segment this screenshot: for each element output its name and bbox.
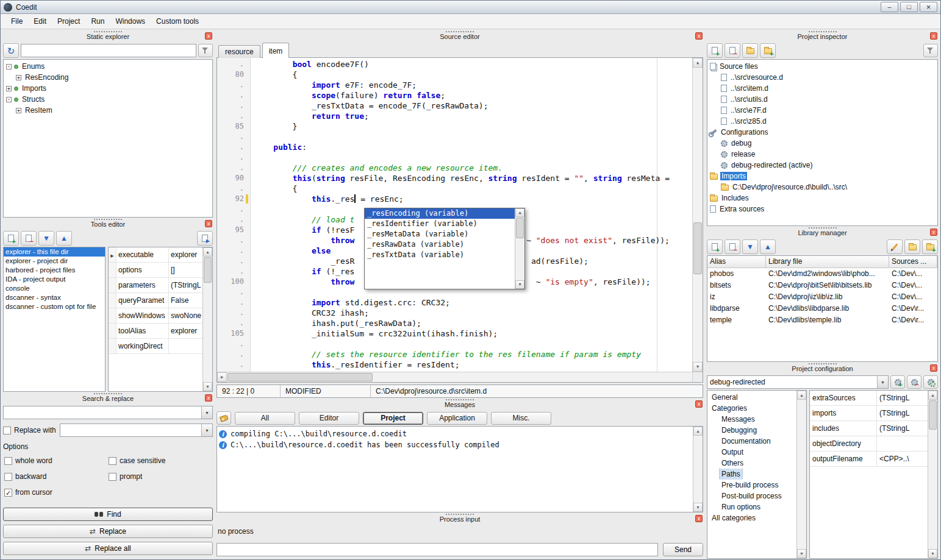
property-row[interactable]: queryParamet False bbox=[109, 293, 202, 308]
property-value[interactable]: [] bbox=[169, 263, 202, 277]
option-checkbox[interactable]: case sensitive bbox=[109, 456, 213, 465]
option-checkbox[interactable]: backward bbox=[4, 472, 109, 481]
option-checkbox[interactable]: from cursor bbox=[4, 488, 109, 497]
category-item[interactable]: Documentation bbox=[707, 436, 796, 447]
property-value[interactable]: explorer bbox=[169, 247, 202, 262]
tree-item[interactable]: Imports bbox=[707, 171, 937, 182]
scroll-up-icon[interactable] bbox=[928, 391, 937, 400]
add-folder-sources-button[interactable] bbox=[760, 43, 776, 58]
scroll-down-icon[interactable] bbox=[203, 382, 212, 391]
option-checkbox[interactable]: whole word bbox=[4, 456, 109, 465]
open-library-button[interactable] bbox=[904, 239, 920, 254]
refresh-button[interactable] bbox=[3, 43, 19, 58]
tree-item[interactable]: Configurations bbox=[707, 127, 937, 138]
property-row[interactable]: showWindows swoNone bbox=[109, 308, 202, 324]
config-property-row[interactable]: extraSources (TStringL bbox=[810, 391, 928, 406]
expander-icon[interactable]: + bbox=[16, 75, 21, 80]
apply-tool-button[interactable] bbox=[197, 231, 213, 246]
code-line[interactable]: . this._resIdentifier = resIdent; bbox=[217, 360, 692, 370]
filter-button[interactable]: Misc. bbox=[491, 412, 551, 425]
close-icon[interactable] bbox=[695, 400, 703, 408]
column-file[interactable]: Library file bbox=[766, 256, 889, 268]
scroll-down-icon[interactable] bbox=[515, 280, 524, 289]
completion-item[interactable]: _resEncoding (variable) bbox=[365, 208, 515, 219]
scroll-up-icon[interactable] bbox=[515, 208, 524, 217]
tag-button[interactable] bbox=[216, 411, 231, 425]
replace-with-checkbox[interactable]: Replace with bbox=[3, 426, 56, 434]
drag-grip[interactable] bbox=[446, 514, 474, 515]
completion-item[interactable]: _resRawData (variable) bbox=[365, 239, 515, 250]
close-button[interactable] bbox=[920, 2, 937, 12]
tool-list-item[interactable]: explorer - project dir bbox=[4, 257, 105, 266]
drag-grip[interactable] bbox=[446, 399, 474, 400]
scroll-right-icon[interactable] bbox=[217, 372, 227, 382]
category-item[interactable]: Categories bbox=[707, 403, 796, 414]
tree-item[interactable]: - Structs bbox=[4, 94, 212, 105]
category-item[interactable]: All categories bbox=[707, 512, 796, 523]
tree-item[interactable]: ..\src\utils.d bbox=[707, 94, 937, 105]
close-icon[interactable] bbox=[205, 394, 212, 402]
menu-item[interactable]: File bbox=[5, 15, 28, 28]
scroll-up-icon[interactable] bbox=[693, 427, 703, 436]
library-row[interactable]: phobos C:\Dev\dmd2\windows\lib\phob... C… bbox=[707, 268, 937, 280]
filter-button[interactable]: Editor bbox=[299, 412, 359, 425]
tree-item[interactable]: Includes bbox=[707, 193, 937, 204]
config-property-row[interactable]: objectDirectory bbox=[810, 436, 928, 452]
scroll-down-icon[interactable] bbox=[693, 362, 703, 372]
remove-library-button[interactable] bbox=[725, 239, 740, 254]
expander-icon[interactable]: - bbox=[6, 97, 12, 102]
scroll-thumb[interactable] bbox=[227, 373, 373, 381]
scroll-up-icon[interactable] bbox=[203, 247, 212, 257]
property-value[interactable]: (TStringL bbox=[877, 391, 928, 405]
column-alias[interactable]: Alias bbox=[707, 256, 766, 268]
remove-config-button[interactable] bbox=[907, 375, 921, 389]
checkbox-box[interactable] bbox=[3, 427, 11, 434]
filter-button[interactable]: Application bbox=[427, 412, 487, 425]
message-row[interactable]: C:\...\build\resource.d.coedit has been … bbox=[219, 439, 691, 450]
library-row[interactable]: bitsets C:\Dev\dproj\bitSet\lib\bitsets.… bbox=[707, 280, 937, 291]
code-line[interactable]: . scope(failure) return false; bbox=[217, 90, 692, 101]
filter-button[interactable]: Project bbox=[363, 412, 423, 425]
remove-source-button[interactable] bbox=[725, 43, 740, 58]
tree-item[interactable]: release bbox=[707, 149, 937, 160]
tree-item[interactable]: - Enums bbox=[4, 61, 212, 72]
close-icon[interactable] bbox=[930, 32, 937, 40]
add-source-button[interactable] bbox=[707, 43, 723, 58]
code-line[interactable]: 92 this._res = resEnc; bbox=[217, 194, 692, 204]
category-item[interactable]: Others bbox=[707, 458, 796, 469]
category-item[interactable]: Pre-build process bbox=[707, 480, 796, 491]
drag-grip[interactable] bbox=[94, 31, 122, 32]
category-item[interactable]: Run options bbox=[707, 502, 796, 512]
checkbox-box[interactable] bbox=[109, 457, 116, 465]
grid-scrollbar[interactable] bbox=[202, 247, 212, 391]
code-line[interactable]: . bbox=[217, 152, 692, 163]
code-line[interactable]: . import std.digest.crc: CRC32; bbox=[217, 297, 692, 308]
library-row[interactable]: libdparse C:\Dev\dlibs\libdparse.lib C:\… bbox=[707, 303, 937, 314]
popup-scrollbar[interactable] bbox=[515, 208, 524, 289]
property-value[interactable]: <CPP>..\ bbox=[877, 452, 928, 466]
property-value[interactable]: (TStringL bbox=[169, 278, 202, 292]
sync-config-button[interactable] bbox=[923, 375, 938, 389]
menu-item[interactable]: Custom tools bbox=[151, 15, 204, 28]
close-icon[interactable] bbox=[930, 229, 937, 236]
property-value[interactable] bbox=[877, 436, 928, 451]
tree-item[interactable]: Extra sources bbox=[707, 204, 937, 214]
scroll-thumb[interactable] bbox=[204, 257, 212, 283]
config-property-row[interactable]: imports (TStringL bbox=[810, 406, 928, 421]
code-line[interactable]: . public: bbox=[217, 142, 692, 152]
scroll-thumb[interactable] bbox=[516, 218, 524, 238]
tree-item[interactable]: ..\src\z85.d bbox=[707, 116, 937, 127]
editor-hscrollbar[interactable] bbox=[217, 372, 692, 382]
code-line[interactable]: . /// creates and encodes a new resource… bbox=[217, 163, 692, 173]
chevron-down-icon[interactable] bbox=[877, 376, 888, 388]
tool-list-item[interactable]: dscanner - custom opt for file bbox=[4, 302, 105, 311]
scroll-up-icon[interactable] bbox=[797, 391, 806, 400]
scroll-up-icon[interactable] bbox=[693, 58, 703, 68]
category-item[interactable]: Output bbox=[707, 447, 796, 458]
move-tool-down-button[interactable] bbox=[38, 231, 54, 246]
editor-tab[interactable]: item bbox=[262, 43, 290, 58]
tree-item[interactable]: ..\src\resource.d bbox=[707, 72, 937, 83]
property-value[interactable]: False bbox=[169, 293, 202, 308]
drag-grip[interactable] bbox=[809, 227, 837, 229]
code-line[interactable]: . bbox=[217, 339, 692, 349]
